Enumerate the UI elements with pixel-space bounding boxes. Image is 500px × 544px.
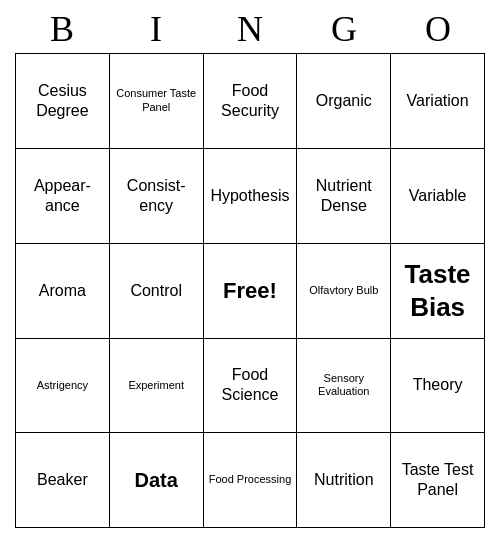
bingo-cell-24: Taste Test Panel <box>391 433 485 528</box>
bingo-cell-18: Sensory Evaluation <box>297 339 391 434</box>
bingo-cell-14: Taste Bias <box>391 244 485 339</box>
bingo-cell-12: Free! <box>204 244 298 339</box>
bingo-cell-13: Olfavtory Bulb <box>297 244 391 339</box>
header-letter-N: N <box>203 8 297 51</box>
bingo-cell-21: Data <box>110 433 204 528</box>
bingo-cell-15: Astrigency <box>16 339 110 434</box>
bingo-header: BINGO <box>15 8 485 51</box>
header-letter-O: O <box>391 8 485 51</box>
bingo-cell-22: Food Processing <box>204 433 298 528</box>
bingo-cell-9: Variable <box>391 149 485 244</box>
bingo-cell-17: Food Science <box>204 339 298 434</box>
header-letter-G: G <box>297 8 391 51</box>
bingo-cell-0: Cesius Degree <box>16 54 110 149</box>
bingo-cell-3: Organic <box>297 54 391 149</box>
bingo-cell-6: Consist-ency <box>110 149 204 244</box>
bingo-cell-8: Nutrient Dense <box>297 149 391 244</box>
bingo-cell-2: Food Security <box>204 54 298 149</box>
bingo-cell-11: Control <box>110 244 204 339</box>
bingo-cell-20: Beaker <box>16 433 110 528</box>
bingo-cell-1: Consumer Taste Panel <box>110 54 204 149</box>
bingo-cell-19: Theory <box>391 339 485 434</box>
bingo-cell-4: Variation <box>391 54 485 149</box>
header-letter-I: I <box>109 8 203 51</box>
bingo-grid: Cesius DegreeConsumer Taste PanelFood Se… <box>15 53 485 528</box>
bingo-cell-23: Nutrition <box>297 433 391 528</box>
bingo-cell-16: Experiment <box>110 339 204 434</box>
bingo-cell-10: Aroma <box>16 244 110 339</box>
header-letter-B: B <box>15 8 109 51</box>
bingo-cell-5: Appear-ance <box>16 149 110 244</box>
bingo-cell-7: Hypothesis <box>204 149 298 244</box>
